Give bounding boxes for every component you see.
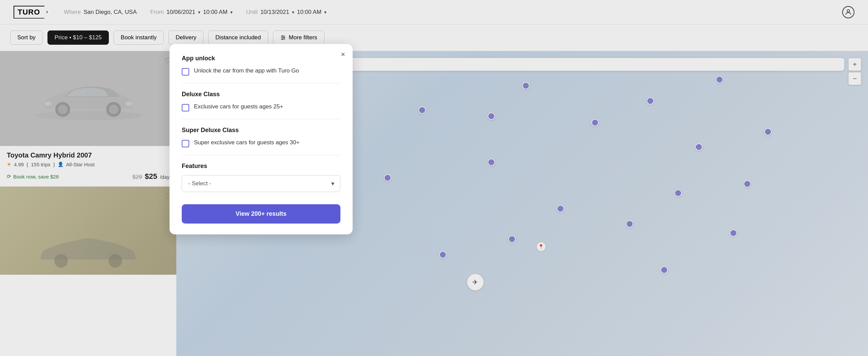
star-icon-1: ★ (7, 161, 11, 167)
car-trips-count-1: 155 trips (31, 162, 51, 167)
map-marker[interactable] (674, 189, 682, 197)
until-date-arrow: ▾ (292, 9, 294, 15)
until-time: 10:00 AM (297, 9, 321, 16)
current-price-1: $25 (145, 172, 157, 181)
svg-point-4 (282, 36, 283, 37)
from-time: 10:00 AM (203, 9, 228, 16)
filters-icon (280, 35, 286, 41)
from-date: 10/06/2021 (166, 9, 195, 16)
super-deluxe-checkbox[interactable] (182, 140, 189, 147)
svg-point-9 (58, 105, 67, 114)
per-day-1: /day (160, 174, 170, 180)
features-title: Features (182, 163, 340, 170)
car-info-1: Toyota Camry Hybrid 2007 ★ 4.99 (155 tri… (0, 146, 176, 186)
header-right (842, 6, 854, 18)
user-account-icon[interactable] (842, 6, 854, 18)
map-marker[interactable] (626, 220, 633, 228)
from-label: From (150, 9, 164, 16)
app-unlock-checkbox[interactable] (182, 68, 189, 76)
svg-point-0 (847, 9, 849, 12)
car-image-1 (0, 51, 176, 146)
divider-2 (182, 119, 340, 119)
car-card-1: ♡ Toyota Camry Hybrid 2007 ★ 4.99 (155 t… (0, 51, 176, 186)
current-location-pin: 📍 (536, 242, 546, 252)
map-marker[interactable] (439, 251, 447, 258)
deluxe-class-checkbox[interactable] (182, 104, 189, 111)
svg-point-13 (125, 102, 132, 106)
svg-point-15 (108, 254, 122, 268)
map-marker[interactable] (764, 128, 772, 135)
distance-included-button[interactable]: Distance included (208, 30, 268, 45)
modal-body: App unlock Unlock the car from the app w… (170, 44, 353, 204)
svg-point-14 (54, 254, 68, 268)
svg-point-7 (34, 111, 142, 120)
map-navigation-button[interactable]: ✈ (467, 274, 484, 291)
map-zoom-in-button[interactable]: + (848, 58, 861, 71)
super-deluxe-section: Super Deluxe Class Super exclusive cars … (182, 127, 340, 147)
features-dropdown[interactable]: - Select - (182, 175, 340, 192)
price-filter-button[interactable]: Price • $10 – $125 (47, 30, 109, 45)
features-section: Features - Select - ▾ (182, 163, 340, 192)
until-nav[interactable]: Until 10/13/2021 ▾ 10:00 AM ▾ (246, 9, 327, 16)
map-marker[interactable] (591, 119, 599, 126)
delivery-button[interactable]: Delivery (169, 30, 203, 45)
app-unlock-option: Unlock the car from the app with Turo Go (182, 67, 340, 76)
app-unlock-title: App unlock (182, 55, 340, 62)
car-card-2: ♡ (0, 187, 176, 275)
where-nav[interactable]: Where San Diego, CA, USA (64, 9, 137, 16)
price-area-1: $29 $25 /day (133, 172, 170, 181)
features-placeholder: - Select - (188, 180, 211, 187)
save-icon-1: ⟳ (7, 173, 11, 180)
map-marker[interactable] (384, 174, 391, 182)
until-label: Until (246, 9, 258, 16)
car-title-1: Toyota Camry Hybrid 2007 (7, 151, 170, 159)
where-label: Where (64, 9, 81, 16)
deluxe-class-option: Exclusive cars for guests ages 25+ (182, 103, 340, 111)
book-instantly-button[interactable]: Book instantly (114, 30, 164, 45)
features-select-wrapper: - Select - ▾ (182, 175, 340, 192)
super-deluxe-title: Super Deluxe Class (182, 127, 340, 134)
more-filters-label: More filters (289, 34, 317, 41)
main-content: ♡ Toyota Camry Hybrid 2007 ★ 4.99 (155 t… (0, 51, 868, 356)
svg-point-5 (283, 37, 284, 38)
from-nav[interactable]: From 10/06/2021 ▾ 10:00 AM ▾ (150, 9, 233, 16)
host-icon-1: 👤 (58, 162, 63, 167)
car-pricing-1: ⟳ Book now, save $28 $29 $25 /day (7, 172, 170, 181)
modal-close-button[interactable]: × (341, 50, 345, 59)
sort-by-button[interactable]: Sort by (10, 30, 43, 45)
book-save-1[interactable]: ⟳ Book now, save $28 (7, 173, 59, 180)
divider-1 (182, 83, 340, 83)
car-list: ♡ Toyota Camry Hybrid 2007 ★ 4.99 (155 t… (0, 51, 176, 356)
map-zoom-out-button[interactable]: − (848, 72, 861, 85)
map-marker[interactable] (716, 76, 723, 83)
car-rating-1: 4.99 (14, 162, 24, 167)
app-unlock-description: Unlock the car from the app with Turo Go (194, 67, 299, 74)
car-svg-1 (31, 71, 146, 126)
header: TURO Where San Diego, CA, USA From 10/06… (0, 0, 868, 24)
view-results-button[interactable]: View 200+ results (182, 204, 340, 224)
where-value: San Diego, CA, USA (83, 9, 137, 16)
map-marker[interactable] (730, 229, 737, 237)
host-type-1: All-Star Host (66, 162, 95, 167)
deluxe-class-title: Deluxe Class (182, 91, 340, 98)
from-time-arrow: ▾ (230, 9, 233, 15)
map-marker[interactable] (557, 205, 564, 212)
svg-point-6 (282, 39, 283, 40)
car-image-2 (0, 187, 176, 275)
map-marker[interactable] (522, 82, 530, 89)
map-marker[interactable] (695, 143, 703, 151)
until-time-arrow: ▾ (324, 9, 327, 15)
filter-bar: Sort by Price • $10 – $125 Book instantl… (0, 24, 868, 51)
svg-point-11 (109, 105, 118, 114)
app-unlock-section: App unlock Unlock the car from the app w… (182, 55, 340, 76)
logo-text[interactable]: TURO (14, 6, 47, 19)
map-marker[interactable] (744, 180, 751, 188)
more-filters-button[interactable]: More filters (273, 30, 324, 45)
logo: TURO (14, 6, 47, 19)
map-marker[interactable] (660, 266, 668, 274)
deluxe-class-description: Exclusive cars for guests ages 25+ (194, 103, 283, 110)
until-date: 10/13/2021 (260, 9, 289, 16)
super-deluxe-description: Super exclusive cars for guests ages 30+ (194, 139, 299, 146)
more-filters-modal: × App unlock Unlock the car from the app… (170, 44, 353, 234)
car-trips-1: ( (26, 162, 28, 167)
